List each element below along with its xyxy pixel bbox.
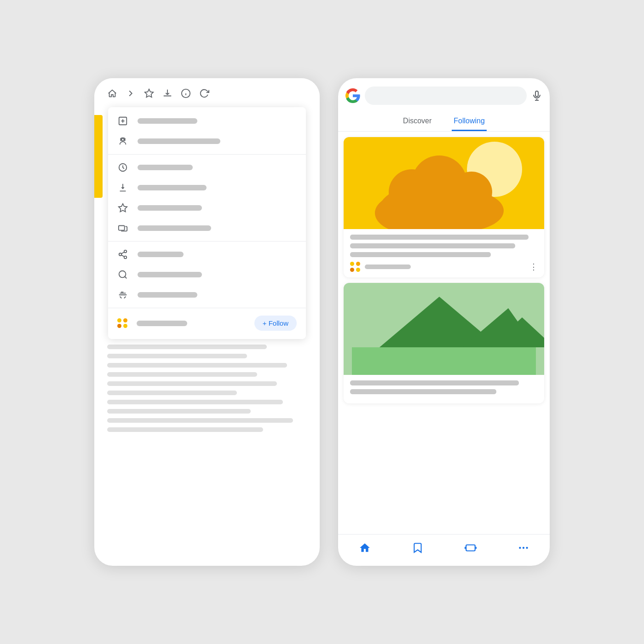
menu-item-text: [138, 252, 184, 257]
bg-line: [107, 345, 267, 349]
svg-point-36: [522, 547, 524, 549]
card-meta-text: [365, 264, 411, 269]
star-icon[interactable]: [144, 88, 154, 101]
menu-item-translate[interactable]: [108, 285, 306, 305]
follow-button[interactable]: + Follow: [254, 316, 297, 331]
bg-line: [107, 418, 293, 423]
menu-item-downloads[interactable]: [108, 178, 306, 198]
card-source-dots: [350, 262, 360, 272]
menu-item-text: [138, 118, 197, 124]
download-icon[interactable]: [162, 88, 172, 101]
menu-item-text: [138, 185, 207, 190]
svg-point-37: [526, 547, 528, 549]
svg-marker-11: [119, 204, 127, 212]
svg-point-15: [124, 256, 127, 259]
tab-discover[interactable]: Discover: [401, 113, 433, 131]
menu-divider: [108, 154, 306, 155]
menu-divider-2: [108, 241, 306, 242]
devices-icon: [117, 223, 128, 234]
menu-item-text: [138, 165, 193, 170]
nav-home-icon[interactable]: [359, 542, 371, 557]
left-phone: + Follow: [94, 78, 320, 566]
page-background-lines: [94, 339, 320, 432]
feed-card-2: [344, 283, 544, 403]
menu-item-share[interactable]: [108, 244, 306, 264]
add-tab-icon: [117, 115, 128, 126]
svg-marker-0: [145, 89, 153, 97]
card-1-meta: ⋮: [350, 262, 538, 272]
bg-line: [107, 381, 277, 386]
follow-menu-row: + Follow: [137, 316, 297, 331]
card-line: [350, 389, 496, 394]
bookmark-tab: [94, 115, 103, 198]
menu-item-text: [138, 225, 211, 231]
card-1-image: [344, 137, 544, 229]
menu-item-bookmarks[interactable]: [108, 198, 306, 218]
card-line: [350, 380, 519, 385]
info-icon[interactable]: [181, 88, 191, 101]
menu-item-devices[interactable]: [108, 218, 306, 238]
right-phone: Discover Following: [338, 78, 550, 566]
menu-item-find[interactable]: [108, 264, 306, 285]
svg-rect-32: [466, 545, 475, 551]
feed: ⋮: [338, 132, 550, 534]
bg-line: [107, 427, 263, 432]
forward-icon[interactable]: [126, 88, 136, 101]
google-logo: [345, 88, 360, 103]
card-line: [350, 252, 491, 257]
svg-point-18: [119, 271, 126, 278]
card-2-content: [344, 375, 544, 403]
bg-line: [107, 400, 283, 404]
svg-point-13: [124, 250, 127, 253]
tabs-row: Discover Following: [338, 109, 550, 132]
nav-more-icon[interactable]: [518, 542, 529, 557]
menu-item-text: [138, 205, 202, 211]
downloads-icon: [117, 182, 128, 193]
google-search-bar: [338, 78, 550, 109]
menu-item-text: [138, 272, 202, 277]
svg-rect-20: [535, 91, 538, 97]
svg-rect-12: [119, 226, 125, 230]
more-options-icon[interactable]: ⋮: [529, 262, 538, 272]
svg-point-8: [121, 139, 122, 141]
menu-divider-3: [108, 308, 306, 308]
nav-carousel-icon[interactable]: [465, 542, 477, 557]
find-icon: [117, 269, 128, 280]
bg-line: [107, 354, 247, 358]
bg-line: [107, 372, 257, 377]
svg-point-35: [519, 547, 521, 549]
tab-following[interactable]: Following: [452, 113, 487, 131]
search-input[interactable]: [365, 86, 527, 105]
menu-item-follow[interactable]: + Follow: [108, 311, 306, 335]
card-2-image: [344, 283, 544, 375]
incognito-icon: [117, 136, 128, 147]
menu-item-text: [138, 138, 220, 144]
browser-toolbar: [94, 78, 320, 107]
menu-item-incognito[interactable]: [108, 131, 306, 151]
bg-line: [107, 409, 251, 414]
bg-line: [107, 363, 287, 368]
svg-point-9: [124, 139, 125, 141]
bottom-nav: [338, 534, 550, 566]
menu-item-history[interactable]: [108, 157, 306, 178]
nav-bookmarks-icon[interactable]: [412, 542, 424, 557]
menu-item-add-tab[interactable]: [108, 111, 306, 131]
share-icon: [117, 249, 128, 260]
bg-line: [107, 391, 237, 395]
svg-line-17: [121, 252, 124, 254]
refresh-icon[interactable]: [199, 88, 209, 101]
translate-icon: [117, 289, 128, 300]
card-1-content: ⋮: [344, 229, 544, 277]
card-line: [350, 243, 515, 248]
mic-icon[interactable]: [531, 90, 542, 101]
svg-rect-28: [352, 347, 536, 375]
home-icon[interactable]: [107, 88, 117, 101]
history-icon: [117, 162, 128, 173]
svg-line-16: [121, 255, 124, 257]
card-line: [350, 235, 529, 240]
menu-item-text: [138, 292, 197, 298]
feed-card-1: ⋮: [344, 137, 544, 277]
svg-point-27: [451, 172, 492, 213]
bookmarks-icon: [117, 202, 128, 213]
svg-line-19: [125, 276, 126, 278]
